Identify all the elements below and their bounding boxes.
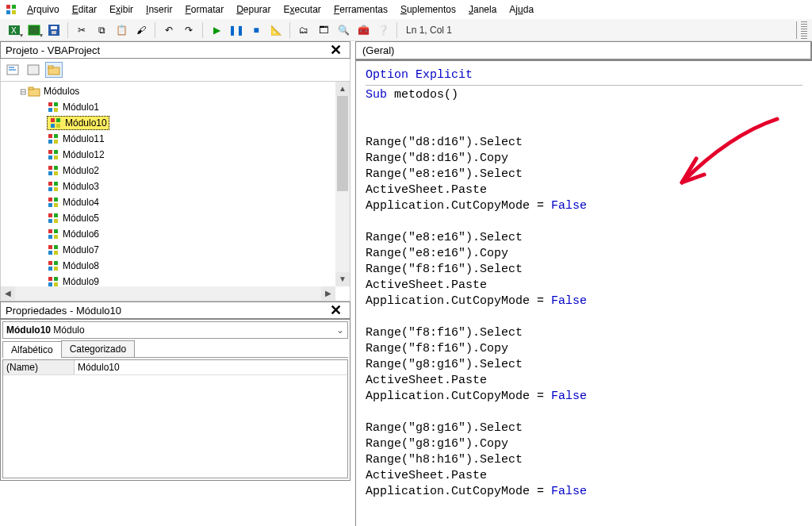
svg-rect-38 xyxy=(48,182,52,186)
toolbox-button[interactable]: 🧰 xyxy=(354,21,373,40)
svg-rect-61 xyxy=(54,267,58,271)
tree-module-módulo2[interactable]: Módulo2 xyxy=(2,163,334,179)
menu-exibir[interactable]: Exibir xyxy=(103,2,140,17)
save-button[interactable] xyxy=(44,21,63,40)
module-icon xyxy=(47,212,59,225)
tree-vertical-scrollbar[interactable]: ▲ ▼ xyxy=(335,82,350,286)
svg-rect-60 xyxy=(48,267,52,271)
svg-rect-8 xyxy=(51,26,57,29)
svg-rect-13 xyxy=(28,65,39,75)
redo-button[interactable]: ↷ xyxy=(179,21,198,40)
svg-rect-30 xyxy=(48,150,52,154)
svg-rect-2 xyxy=(6,10,10,14)
properties-button[interactable]: 🗔 xyxy=(314,21,333,40)
svg-rect-43 xyxy=(54,198,58,202)
properties-grid: (Name) Módulo10 xyxy=(2,359,348,478)
svg-rect-22 xyxy=(51,118,55,122)
object-browser-button[interactable]: 🔍 xyxy=(334,21,353,40)
tree-module-módulo6[interactable]: Módulo6 xyxy=(2,226,334,242)
svg-rect-21 xyxy=(54,108,58,112)
svg-rect-59 xyxy=(54,261,58,265)
module-icon xyxy=(47,228,59,240)
insert-object-button[interactable] xyxy=(25,21,44,40)
menu-ajuda[interactable]: Ajuda xyxy=(503,2,540,17)
paste-button[interactable]: 📋 xyxy=(112,21,131,40)
project-panel-close-icon[interactable]: ✕ xyxy=(327,41,345,59)
tree-module-módulo8[interactable]: Módulo8 xyxy=(2,258,334,274)
menu-executar[interactable]: Executar xyxy=(278,2,327,17)
object-name: Módulo10 xyxy=(6,324,51,336)
tab-categorized[interactable]: Categorizado xyxy=(61,340,135,357)
view-object-button[interactable] xyxy=(25,62,42,78)
menu-depurar[interactable]: Depurar xyxy=(230,2,277,17)
view-excel-button[interactable]: X xyxy=(5,21,24,40)
svg-rect-58 xyxy=(48,261,52,265)
property-row[interactable]: (Name) Módulo10 xyxy=(3,360,347,375)
tree-module-módulo4[interactable]: Módulo4 xyxy=(2,194,334,210)
svg-rect-18 xyxy=(48,102,52,106)
menu-inserir[interactable]: Inserir xyxy=(140,2,178,17)
svg-rect-32 xyxy=(48,155,52,159)
project-explorer-button[interactable]: 🗂 xyxy=(294,21,313,40)
menu-suplementos[interactable]: Suplementos xyxy=(394,2,462,17)
svg-rect-15 xyxy=(48,66,53,68)
svg-rect-6 xyxy=(29,25,40,35)
property-key: (Name) xyxy=(3,360,75,374)
toggle-folders-button[interactable] xyxy=(45,62,63,78)
tree-folder-modules[interactable]: ⊟Módulos xyxy=(2,83,334,99)
tree-module-módulo5[interactable]: Módulo5 xyxy=(2,210,334,226)
tree-module-módulo10[interactable]: Módulo10 xyxy=(2,115,334,131)
tab-alphabetic[interactable]: Alfabético xyxy=(2,341,62,358)
menu-arquivo[interactable]: Arquivo xyxy=(21,2,66,17)
svg-rect-50 xyxy=(48,229,52,233)
properties-panel-close-icon[interactable]: ✕ xyxy=(327,301,345,319)
module-icon xyxy=(47,164,59,177)
svg-rect-28 xyxy=(48,140,52,144)
svg-rect-0 xyxy=(6,5,10,9)
reset-button[interactable]: ■ xyxy=(247,21,266,40)
svg-rect-53 xyxy=(54,235,58,239)
menu-formatar[interactable]: Formatar xyxy=(178,2,230,17)
menu-janela[interactable]: Janela xyxy=(462,2,503,17)
copy-button[interactable]: ⧉ xyxy=(92,21,111,40)
break-button[interactable]: ❚❚ xyxy=(227,21,246,40)
toolbar-divider xyxy=(796,21,797,39)
tree-module-módulo9[interactable]: Módulo9 xyxy=(2,274,334,286)
format-painter-button[interactable]: 🖌 xyxy=(132,21,151,40)
svg-rect-41 xyxy=(54,187,58,191)
design-mode-button[interactable]: 📐 xyxy=(266,21,285,40)
cut-button[interactable]: ✂ xyxy=(72,21,91,40)
separator xyxy=(155,22,155,38)
tree-module-módulo12[interactable]: Módulo12 xyxy=(2,147,334,163)
menu-editar[interactable]: Editar xyxy=(66,2,103,17)
properties-tabs: Alfabético Categorizado xyxy=(2,340,348,358)
svg-rect-47 xyxy=(54,213,58,217)
separator xyxy=(289,22,290,38)
tree-module-módulo3[interactable]: Módulo3 xyxy=(2,179,334,194)
help-button[interactable]: ❔ xyxy=(373,21,393,40)
tree-module-módulo11[interactable]: Módulo11 xyxy=(2,131,334,147)
properties-object-selector[interactable]: Módulo10 Módulo ⌄ xyxy=(2,321,348,339)
vba-app-icon xyxy=(5,3,17,16)
svg-rect-33 xyxy=(54,155,58,159)
svg-rect-31 xyxy=(54,150,58,154)
tree-horizontal-scrollbar[interactable]: ◀ ▶ xyxy=(1,286,335,301)
module-icon xyxy=(47,132,59,145)
run-button[interactable]: ▶ xyxy=(207,21,226,40)
svg-rect-52 xyxy=(48,235,52,239)
menubar: ArquivoEditarExibirInserirFormatarDepura… xyxy=(0,0,812,19)
tree-module-módulo1[interactable]: Módulo1 xyxy=(2,99,334,115)
toolbar: X ✂ ⧉ 📋 🖌 ↶ ↷ ▶ ❚❚ ■ 📐 🗂 🗔 🔍 🧰 ❔ Ln 1, C… xyxy=(0,19,812,41)
svg-rect-19 xyxy=(54,102,58,106)
object-combo[interactable]: (Geral) xyxy=(356,42,811,59)
property-value[interactable]: Módulo10 xyxy=(75,360,123,374)
view-code-button[interactable] xyxy=(4,62,21,78)
tree-module-módulo7[interactable]: Módulo7 xyxy=(2,242,334,258)
code-editor[interactable]: Option Explicit Sub metodos() Range("d8:… xyxy=(356,60,812,526)
module-icon xyxy=(47,196,59,209)
menu-ferramentas[interactable]: Ferramentas xyxy=(327,2,394,17)
svg-rect-51 xyxy=(54,229,58,233)
undo-button[interactable]: ↶ xyxy=(159,21,178,40)
toolbar-drag-handle[interactable] xyxy=(801,21,807,39)
object-type: Módulo xyxy=(53,324,84,336)
